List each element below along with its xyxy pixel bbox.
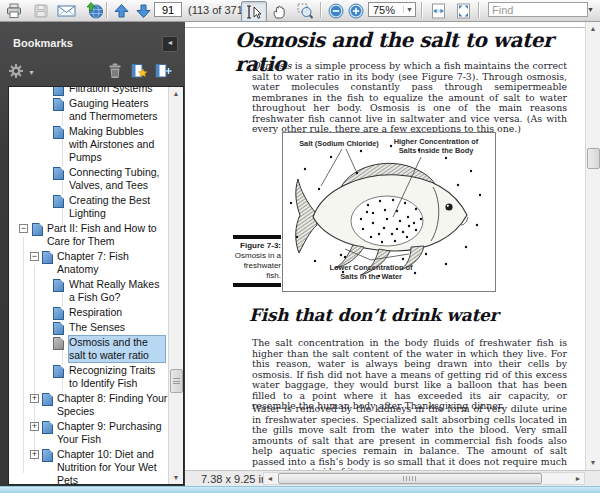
hand-tool-button[interactable] (268, 1, 290, 20)
bookmark-page-icon (32, 223, 43, 236)
scroll-right-icon[interactable]: ► (572, 473, 584, 484)
expand-node-icon[interactable]: + (30, 422, 39, 431)
bookmark-label[interactable]: Gauging Heaters and Thermometers (69, 97, 165, 123)
figure-label-salt: Salt (Sodium Chloride) (299, 139, 379, 148)
bookmark-label[interactable]: Respiration (69, 306, 122, 319)
collapse-panel-button[interactable]: ◄ (162, 36, 178, 52)
document-horizontal-scrollbar[interactable]: ◄ ► (263, 472, 585, 485)
next-page-button[interactable] (132, 1, 154, 20)
bookmark-item[interactable]: +Chapter 9: Purchasing Your Fish (9, 420, 168, 446)
set-destination-button[interactable] (129, 61, 149, 81)
expand-node-icon[interactable]: + (30, 394, 39, 403)
zoom-in-icon (348, 3, 364, 19)
bookmark-item[interactable]: What Really Makes a Fish Go? (9, 278, 168, 304)
toolbar-separator (106, 2, 107, 18)
bookmark-item[interactable]: Recognizing Traits to Identify Fish (9, 364, 168, 390)
bookmark-label[interactable]: Chapter 8: Finding Your Species (57, 392, 168, 418)
bookmark-label[interactable]: Making Bubbles with Airstones and Pumps (69, 125, 165, 164)
bookmark-page-icon (42, 421, 53, 434)
marquee-zoom-icon (297, 3, 314, 19)
scroll-down-icon[interactable]: ▼ (169, 471, 183, 484)
bookmark-item[interactable]: −Chapter 7: Fish Anatomy (9, 250, 168, 276)
salt-patch-outline (351, 196, 423, 246)
page-number-input[interactable] (154, 2, 182, 17)
find-input[interactable] (488, 2, 588, 17)
zoom-level-combobox[interactable]: 75% ▼ (368, 2, 416, 17)
leader-line (346, 149, 356, 171)
scroll-up-icon[interactable]: ▲ (586, 22, 600, 35)
bookmark-item[interactable]: Creating the Best Lighting (9, 194, 168, 220)
fit-width-icon (430, 3, 447, 19)
print-button[interactable] (3, 1, 25, 20)
chevron-down-icon[interactable]: ▼ (403, 6, 415, 13)
web-upload-button[interactable] (84, 1, 106, 20)
new-bookmark-icon (154, 63, 172, 79)
bookmark-label[interactable]: Chapter 7: Fish Anatomy (57, 250, 168, 276)
bookmark-item[interactable]: +Chapter 10: Diet and Nutrition for Your… (9, 448, 168, 484)
new-bookmark-button[interactable] (153, 61, 173, 81)
bookmark-page-icon (42, 449, 53, 462)
marquee-zoom-button[interactable] (294, 1, 316, 20)
figure-caption: Figure 7-3: Osmosis in a freshwater fish… (233, 233, 281, 289)
document-view[interactable]: Osmosis and the salt to water ratio Osmo… (185, 22, 600, 470)
bookmark-label[interactable]: Chapter 10: Diet and Nutrition for Your … (57, 448, 168, 484)
bookmark-item[interactable]: Connecting Tubing, Valves, and Tees (9, 166, 168, 192)
expand-node-icon[interactable]: + (30, 450, 39, 459)
scroll-left-icon[interactable]: ◄ (264, 473, 276, 484)
options-caret-icon: ▼ (28, 69, 35, 76)
bookmark-label[interactable]: Filtration Systems (69, 87, 152, 95)
bookmark-label[interactable]: Creating the Best Lighting (69, 194, 165, 220)
pdf-viewer-window: (113 of 371) (0, 0, 600, 493)
bookmark-item[interactable]: Osmosis and the salt to water ratio (9, 336, 168, 362)
bookmarks-scrollbar[interactable]: ▲ ▼ (168, 87, 183, 484)
bookmark-label[interactable]: Osmosis and the salt to water ratio (69, 336, 165, 362)
bookmark-label[interactable]: Chapter 9: Purchasing Your Fish (57, 420, 168, 446)
zoom-out-button[interactable] (326, 1, 346, 20)
down-arrow-icon (135, 3, 152, 19)
find-dropdown-icon[interactable]: ▼ (587, 6, 594, 13)
bookmarks-tree: Filtration SystemsGauging Heaters and Th… (9, 87, 168, 484)
bookmark-page-icon (53, 307, 64, 320)
bookmark-label[interactable]: The Senses (69, 321, 125, 334)
bookmark-item[interactable]: Respiration (9, 306, 168, 319)
collapse-node-icon[interactable]: − (19, 224, 28, 233)
scroll-down-icon[interactable]: ▼ (586, 456, 600, 469)
hand-tool-icon (271, 3, 288, 19)
bookmark-item[interactable]: Making Bubbles with Airstones and Pumps (9, 125, 168, 164)
fit-page-button[interactable] (452, 1, 474, 20)
figure-label-higher-2: Salts Inside the Body (399, 146, 475, 155)
scrollbar-thumb[interactable] (587, 148, 600, 169)
zoom-in-button[interactable] (346, 1, 366, 20)
trash-icon (108, 63, 122, 79)
bookmark-item[interactable]: Gauging Heaters and Thermometers (9, 97, 168, 123)
bookmark-label[interactable]: Recognizing Traits to Identify Fish (69, 364, 165, 390)
fit-width-button[interactable] (427, 1, 449, 20)
scrollbar-thumb[interactable] (170, 369, 183, 393)
bookmark-item[interactable]: −Part II: Fish and How to Care for Them (9, 222, 168, 248)
figure-7-3: Salt (Sodium Chloride) Higher Concentrat… (282, 132, 496, 292)
bookmark-page-icon (53, 365, 64, 378)
zoom-level-value: 75% (369, 4, 403, 16)
save-button[interactable] (30, 1, 52, 20)
email-button[interactable] (56, 1, 78, 20)
delete-bookmark-button[interactable] (105, 61, 125, 81)
bookmark-item[interactable]: The Senses (9, 321, 168, 334)
bookmark-label[interactable]: Part II: Fish and How to Care for Them (47, 222, 163, 248)
bookmark-label[interactable]: What Really Makes a Fish Go? (69, 278, 165, 304)
bookmark-item[interactable]: +Chapter 8: Finding Your Species (9, 392, 168, 418)
bookmark-label[interactable]: Connecting Tubing, Valves, and Tees (69, 166, 165, 192)
scroll-up-icon[interactable]: ▲ (169, 87, 183, 100)
figure-label-lower-1: Lower Concentration of (330, 263, 413, 272)
bookmark-star-icon (130, 63, 148, 79)
toolbar-separator (320, 2, 321, 18)
options-button[interactable] (6, 61, 26, 81)
scrollbar-grip (173, 378, 180, 384)
document-vertical-scrollbar[interactable]: ▲ ▼ (585, 22, 600, 470)
scrollbar-thumb[interactable] (278, 473, 542, 484)
bookmarks-tree-container: Filtration SystemsGauging Heaters and Th… (8, 86, 184, 485)
figure-caption-text: Osmosis in a freshwater fish. (235, 251, 281, 280)
collapse-node-icon[interactable]: − (30, 252, 39, 261)
previous-page-button[interactable] (110, 1, 132, 20)
select-tool-button[interactable] (241, 1, 267, 22)
bookmark-item[interactable]: Filtration Systems (9, 87, 168, 95)
